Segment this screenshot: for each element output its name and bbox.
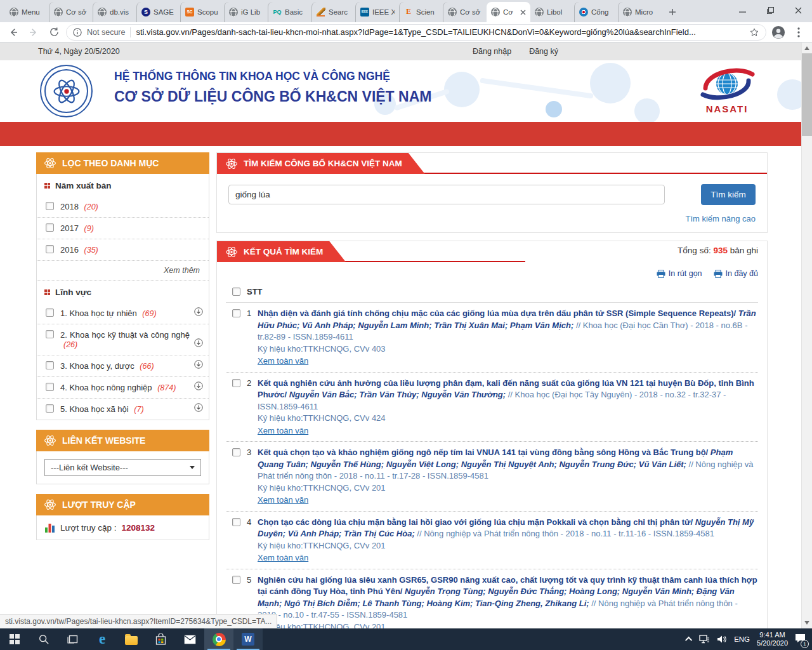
start-button[interactable] [0, 628, 29, 650]
expand-icon[interactable] [194, 338, 203, 349]
tab-title: IEEE X [372, 8, 395, 16]
security-label[interactable]: Not secure [87, 28, 125, 37]
bookmark-star-icon[interactable] [749, 27, 759, 37]
result-shelf-code: Ký hiệu kho:TTKHCNQG, CVv 403 [258, 343, 758, 355]
result-authors: Nguyễn Văn Bắc; Trần Văn Thủy; Nguyễn Vă… [289, 390, 506, 399]
tab-title: Micro [635, 8, 657, 16]
mail-button[interactable] [175, 628, 204, 650]
expand-icon[interactable] [194, 381, 203, 392]
filter-count: (874) [157, 383, 176, 392]
search-input[interactable] [228, 185, 665, 204]
omnibox[interactable]: Not secure sti.vista.gov.vn/Pages/danh-s… [66, 24, 766, 41]
show-more-link[interactable]: Xem thêm [37, 261, 209, 281]
browser-tab[interactable]: Cổng [574, 2, 618, 22]
view-fulltext-link[interactable]: Xem toàn văn [258, 355, 308, 368]
filter-checkbox[interactable] [46, 361, 54, 369]
result-checkbox[interactable] [232, 448, 240, 456]
task-view-button[interactable] [58, 628, 88, 650]
result-title[interactable]: Chọn tạo các dòng lúa chịu mặn bằng lai … [258, 517, 693, 527]
filter-checkbox[interactable] [46, 202, 54, 210]
view-fulltext-link[interactable]: Xem toàn văn [258, 494, 308, 507]
login-link[interactable]: Đăng nhập [473, 47, 511, 56]
language-indicator[interactable]: ENG [734, 635, 750, 643]
select-all-checkbox[interactable] [232, 288, 240, 296]
file-explorer-button[interactable] [117, 628, 146, 650]
advanced-search-link[interactable]: Tìm kiếm nâng cao [228, 214, 756, 223]
scrollbar-thumb[interactable] [802, 53, 812, 136]
register-link[interactable]: Đăng ký [529, 47, 558, 56]
browser-tab[interactable]: PQ Basic [268, 2, 311, 22]
tab-title: Basic [285, 8, 307, 16]
info-icon[interactable] [73, 28, 82, 37]
browser-tab[interactable]: Micro [618, 2, 662, 22]
omnibox-divider [130, 27, 131, 37]
browser-tab[interactable]: Cơ sở [443, 2, 487, 22]
filter-label: 2016 [60, 245, 79, 255]
browser-tab[interactable]: Menu [5, 2, 49, 22]
browser-tab[interactable]: IEEE IEEE X [355, 2, 399, 22]
result-item: 5 Nghiên cứu hai giống lúa siêu xanh GSR… [226, 569, 758, 629]
filter-checkbox[interactable] [46, 383, 54, 391]
result-title[interactable]: Nhận diện và đánh giá tính chống chịu mặ… [258, 308, 736, 318]
browser-tab[interactable]: SC Scopu [180, 2, 224, 22]
back-button[interactable] [5, 24, 22, 41]
reload-button[interactable] [46, 24, 62, 41]
browser-tab[interactable]: iG Lib [224, 2, 268, 22]
result-title[interactable]: Kết quả chọn tạo và khảo nghiệm giống ng… [258, 448, 708, 457]
url-text[interactable]: sti.vista.gov.vn/Pages/danh-sach-tai-lie… [136, 27, 744, 37]
result-checkbox[interactable] [232, 379, 240, 387]
result-checkbox[interactable] [232, 309, 240, 317]
filter-count: (9) [84, 224, 94, 233]
browser-tab[interactable]: Libol [530, 2, 574, 22]
expand-icon[interactable] [194, 403, 203, 414]
taskbar-clock[interactable]: 9:41 AM 5/20/2020 [757, 631, 788, 647]
search-button[interactable]: Tìm kiếm [701, 184, 756, 205]
edge-button[interactable]: e [88, 628, 117, 650]
volume-icon[interactable] [717, 635, 727, 644]
tab-title: db.vis [110, 8, 132, 16]
action-center-button[interactable]: 1 [795, 633, 806, 646]
taskbar-search-button[interactable] [29, 628, 58, 650]
browser-menu-icon[interactable] [790, 24, 807, 41]
result-checkbox[interactable] [232, 576, 240, 584]
grid-bullet-icon [44, 183, 50, 189]
filter-checkbox[interactable] [46, 404, 54, 413]
result-checkbox[interactable] [232, 518, 240, 526]
website-links-select[interactable]: ---Liên kết Website--- [44, 459, 201, 476]
filter-count: (35) [84, 246, 98, 255]
filter-checkbox[interactable] [46, 245, 54, 253]
browser-tab[interactable]: Searc [311, 2, 355, 22]
tab-favicon [54, 8, 63, 17]
print-full-link[interactable]: In đầy đủ [714, 269, 758, 278]
new-tab-button[interactable] [664, 4, 681, 20]
filter-checkbox[interactable] [46, 330, 54, 338]
view-fulltext-link[interactable]: Xem toàn văn [258, 425, 308, 437]
filter-label: 4. Khoa học nông nghiệp [60, 383, 152, 392]
browser-tab[interactable]: Cơ [487, 2, 530, 22]
scroll-down-arrow[interactable] [804, 621, 809, 625]
word-taskbar-button[interactable] [233, 628, 263, 650]
chrome-taskbar-button[interactable] [204, 628, 233, 650]
store-button[interactable] [146, 628, 175, 650]
print-short-link[interactable]: In rút gọn [657, 269, 702, 278]
maximize-button[interactable] [756, 0, 784, 20]
forward-button[interactable] [25, 24, 42, 41]
tab-close-icon[interactable] [520, 10, 526, 15]
network-icon[interactable] [699, 635, 710, 644]
browser-tab[interactable]: E Scien [399, 2, 443, 22]
filter-count: (69) [142, 309, 156, 318]
scroll-up-arrow[interactable] [802, 43, 812, 53]
result-number: 4 [240, 517, 258, 564]
browser-tab[interactable]: S SAGE [136, 2, 180, 22]
expand-icon[interactable] [194, 307, 203, 318]
filter-checkbox[interactable] [46, 308, 54, 317]
view-fulltext-link[interactable]: Xem toàn văn [258, 552, 308, 564]
filter-checkbox[interactable] [46, 223, 54, 232]
profile-avatar[interactable] [770, 24, 787, 41]
tray-expand-icon[interactable] [685, 637, 692, 644]
minimize-button[interactable] [728, 0, 756, 20]
browser-tab[interactable]: Cơ sở [49, 2, 93, 22]
expand-icon[interactable] [194, 360, 203, 371]
browser-tab[interactable]: db.vis [93, 2, 136, 22]
close-window-button[interactable] [784, 0, 812, 20]
